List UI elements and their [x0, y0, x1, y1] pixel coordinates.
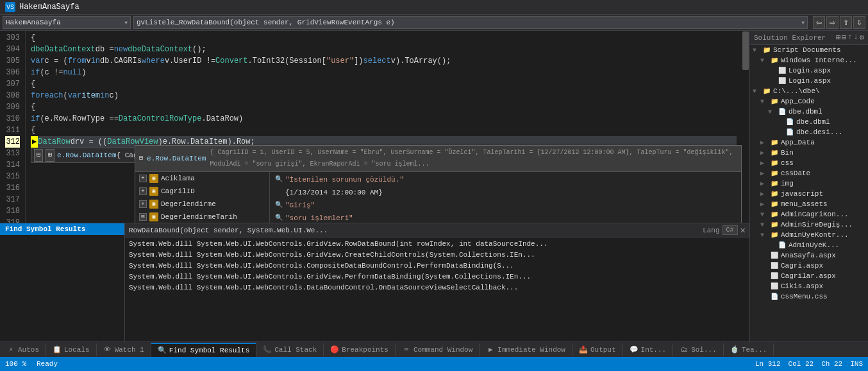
toolbar-icon-4[interactable]: ↓	[854, 33, 858, 42]
aspx-icon: ⬜	[770, 272, 779, 280]
output-method-name: RowDataBound(object sender, System.Web.U…	[129, 227, 328, 234]
tab-locals[interactable]: 📋 Locals	[46, 343, 97, 356]
folder-icon: 📁	[770, 189, 779, 198]
tab-autos[interactable]: ⚡ Autos	[0, 343, 46, 356]
scroll-btn3[interactable]: ⇧	[840, 16, 852, 29]
expand-btn[interactable]: +	[139, 187, 147, 195]
tab-immediate-window[interactable]: ▶ Immediate Window	[480, 343, 572, 356]
toolbar-icon-5[interactable]: ⚙	[860, 33, 864, 42]
tree-item-dbe-dbml[interactable]: ▼ 📄 dbe.dbml	[750, 107, 868, 117]
dbml-child-icon: 📄	[785, 117, 794, 126]
tree-item-cssdate[interactable]: ▶ 📁 cssDate	[750, 168, 868, 178]
tree-item-img[interactable]: ▶ 📁 img	[750, 178, 868, 189]
tab-int[interactable]: 💬 Int...	[623, 343, 674, 356]
tab-output[interactable]: 📤 Output	[572, 343, 623, 356]
tree-item-dbe-dbml-child1[interactable]: 📄 dbe.dbml	[750, 117, 868, 127]
expand-btn[interactable]: +	[139, 200, 147, 208]
folder-icon: 📁	[770, 230, 779, 239]
dropdown-arrow-2: ▼	[801, 20, 805, 26]
scroll-btn[interactable]: ⇦	[813, 16, 825, 29]
field-icon: ▣	[149, 187, 158, 196]
field-name: Aciklama	[161, 173, 195, 184]
tab-call-stack-label: Call Stack	[274, 346, 317, 354]
tree-item-anasayfa[interactable]: ⬜ AnaSayfa.aspx	[750, 250, 868, 261]
tooltip-expand[interactable]: ⊟	[34, 149, 43, 162]
output-line-3: System.Web.dlll System.Web.UI.WebControl…	[129, 261, 746, 272]
folder-icon: 📁	[762, 87, 771, 96]
int-icon: 💬	[630, 345, 638, 354]
folder-icon: 📁	[770, 56, 779, 65]
tree-item-login2[interactable]: ⬜ Login.aspx	[750, 76, 868, 86]
tree-item-dbe-desi[interactable]: 📄 dbe.desi...	[750, 127, 868, 137]
folder-icon: 📁	[770, 159, 779, 168]
expand-btn[interactable]: ⊟	[139, 213, 147, 221]
find-symbol-header: Find Symbol Results	[0, 223, 124, 235]
tree-item-windows-internet[interactable]: ▼ 📁 Windows Interne...	[750, 55, 868, 65]
folder-icon: 📁	[770, 138, 779, 147]
tree-item-adminuye[interactable]: ▼ 📁 AdminUyeKontr...	[750, 230, 868, 240]
code-line-310: if (e.Row.RowType == DataControlRowType.…	[31, 113, 737, 125]
tooltip-field-deg[interactable]: + ▣ Degerlendirme	[135, 198, 269, 211]
expand-btn[interactable]: +	[139, 175, 147, 182]
scrollbar-thumb[interactable]	[742, 31, 749, 70]
tab-find-symbol[interactable]: 🔍 Find Symbol Results	[151, 343, 256, 357]
toolbar-icon-2[interactable]: ⊟	[842, 33, 846, 42]
tree-expand: ▶	[760, 200, 768, 208]
aspx-icon: ⬜	[770, 282, 779, 291]
file-dropdown[interactable]: HakemAnaSayfa ▼	[3, 16, 131, 29]
tab-command-window[interactable]: ⌨ Command Window	[396, 343, 480, 356]
method-dropdown[interactable]: gvListele_RowDataBound(object sender, Gr…	[133, 16, 808, 29]
toolbar-icon-3[interactable]: ↑	[847, 33, 852, 42]
code-line-304: dbeDataContext db = new dbeDataContext()…	[31, 44, 737, 55]
tooltip-pin[interactable]: ⊞	[46, 149, 54, 162]
tree-item-dbe-root[interactable]: ▼ 📁 C:\...\dbe\	[750, 86, 868, 96]
tree-item-adminsifre[interactable]: ▼ 📁 AdminSireDegiş...	[750, 220, 868, 230]
tab-tea[interactable]: 🍵 Tea...	[724, 343, 774, 356]
tree-item-javascript[interactable]: ▶ 📁 javascript	[750, 189, 868, 199]
tree-item-login1[interactable]: ⬜ Login.aspx	[750, 65, 868, 76]
tree-item-cssmenu[interactable]: 📄 cssMenu.css	[750, 291, 868, 302]
tree-item-cagri[interactable]: ⬜ Cagri.aspx	[750, 261, 868, 271]
vertical-scrollbar[interactable]	[742, 31, 749, 223]
code-line-309: {	[31, 101, 737, 113]
tab-sol-label: Sol...	[691, 346, 717, 354]
file-icon: 📄	[778, 241, 787, 250]
solution-explorer-header: Solution Explorer ⊞ ⊟ ↑ ↓ ⚙	[750, 31, 868, 45]
tab-watch1[interactable]: 👁 Watch 1	[97, 343, 151, 356]
tooltip-val-durum: 🔍 "Giriş"	[270, 199, 741, 212]
field-icon: ▣	[149, 212, 158, 221]
code-editor[interactable]: { dbeDataContext db = new dbeDataContext…	[26, 31, 742, 223]
folder-icon: 📁	[770, 210, 779, 219]
aspx-icon: ⬜	[778, 66, 787, 75]
tooltip-field-cagrilid[interactable]: + ▣ CagrilID	[135, 185, 269, 198]
toolbar-icon-1[interactable]: ⊞	[836, 33, 840, 42]
tooltip-field-aciklama[interactable]: + ▣ Aciklama	[135, 172, 269, 185]
autos-icon: ⚡	[6, 345, 15, 354]
tree-item-cagrilar[interactable]: ⬜ Cagrilar.aspx	[750, 271, 868, 281]
tree-item-adminuyekchild[interactable]: 📄 AdminUyeK...	[750, 240, 868, 250]
folder-icon: 📁	[770, 220, 779, 229]
tree-item-bin[interactable]: ▶ 📁 Bin	[750, 148, 868, 158]
immediate-icon: ▶	[486, 345, 495, 354]
panel-close-btn[interactable]: ✕	[740, 225, 746, 236]
scroll-btn4[interactable]: ⇩	[853, 16, 865, 29]
tree-item-css[interactable]: ▶ 📁 css	[750, 158, 868, 168]
tree-item-cikis[interactable]: ⬜ Cikis.aspx	[750, 281, 868, 291]
tree-item-menu-assets[interactable]: ▶ 📁 menu_assets	[750, 199, 868, 209]
tab-sol[interactable]: 🗂 Sol...	[673, 343, 724, 356]
tree-item-script-docs[interactable]: ▼ 📁 Script Documents	[750, 45, 868, 55]
window-title: HakemAnaSayfa	[19, 3, 79, 12]
tab-call-stack[interactable]: 📞 Call Stack	[256, 343, 324, 356]
breakpoints-icon: 🔴	[330, 345, 339, 354]
tree-item-app-data[interactable]: ▶ 📁 App_Data	[750, 137, 868, 148]
tree-expand: ▼	[760, 232, 768, 239]
scroll-btn2[interactable]: ⇨	[826, 16, 839, 29]
tree-item-app-code[interactable]: ▼ 📁 App_Code	[750, 96, 868, 107]
tab-immediate-window-label: Immediate Window	[497, 346, 565, 354]
tree-item-admincagri[interactable]: ▼ 📁 AdminCagriKon...	[750, 209, 868, 220]
tooltip-collapse-btn[interactable]: ⊟	[139, 153, 143, 164]
field-name: Degerlendirme	[161, 198, 216, 210]
tooltip-field-degtarih[interactable]: ⊟ ▣ DegerlendirmeTarih	[135, 211, 269, 223]
tab-breakpoints[interactable]: 🔴 Breakpoints	[324, 343, 396, 356]
bottom-tabs-bar: ⚡ Autos 📋 Locals 👁 Watch 1 🔍 Find Symbol…	[0, 341, 868, 357]
